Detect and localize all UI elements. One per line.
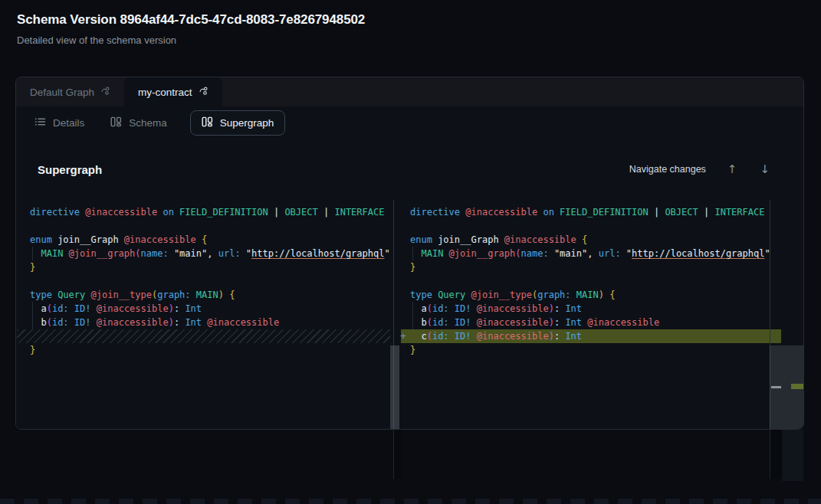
code-token: id:	[52, 317, 69, 328]
tab-details[interactable]: Details	[31, 111, 87, 135]
variant-tab-bar: Default Graph my-contract	[16, 77, 803, 106]
code-token: {	[202, 234, 207, 245]
schema-version-card: Default Graph my-contract Details Schema…	[15, 77, 804, 430]
code-token: :	[554, 303, 565, 314]
code-token: }	[30, 262, 35, 273]
code-line: b(id: ID! @inaccessible): Int @inaccessi…	[410, 316, 770, 329]
code-token: on	[163, 207, 173, 218]
code-token: @inaccessible	[477, 331, 549, 342]
code-line: type Query @join__type(graph: MAIN) {	[410, 288, 770, 302]
code-line: MAIN @join__graph(name: "main", url: "ht…	[410, 247, 770, 260]
code-token: (	[47, 317, 52, 328]
code-token: MAIN	[576, 290, 599, 300]
code-token: )	[549, 317, 554, 328]
code-token	[449, 303, 455, 314]
code-token	[621, 248, 626, 259]
tab-default-graph[interactable]: Default Graph	[16, 77, 124, 106]
code-token	[69, 303, 74, 314]
code-token: Int	[565, 317, 582, 328]
tab-my-contract[interactable]: my-contract	[124, 77, 222, 106]
code-token: |	[384, 207, 390, 218]
code-token	[449, 317, 455, 328]
bottom-scrollbar-dashes	[0, 499, 821, 504]
code-token	[443, 248, 448, 259]
code-token: Int	[185, 303, 202, 314]
code-token	[465, 290, 471, 300]
code-token: type	[30, 290, 52, 300]
code-line: enum join__Graph @inaccessible {	[30, 233, 390, 247]
added-line-plus-icon: +	[397, 329, 409, 343]
code-token: MAIN	[41, 248, 63, 259]
code-token: MAIN	[421, 248, 443, 259]
diff-pane-left[interactable]: directive @inaccessible on FIELD_DEFINIT…	[17, 200, 390, 430]
code-token: enum	[30, 234, 52, 245]
next-change-button[interactable]: ↓	[754, 161, 776, 178]
overview-ruler-added-mark	[791, 384, 804, 389]
scrollbar-thumb[interactable]	[390, 345, 399, 430]
code-token: "	[384, 248, 389, 259]
code-token	[91, 317, 97, 328]
code-token: @inaccessible	[97, 303, 169, 314]
code-token: join__Graph	[52, 234, 124, 245]
code-token: (	[47, 303, 52, 314]
subtab-label: Schema	[129, 117, 167, 129]
overview-ruler-cursor-mark	[771, 386, 781, 388]
code-token: "	[626, 248, 632, 259]
code-token: id:	[52, 303, 69, 314]
code-token: Int	[185, 317, 202, 328]
code-token: @inaccessible	[465, 207, 537, 218]
code-token: |	[649, 207, 665, 218]
code-token: }	[410, 345, 415, 355]
code-token: {	[582, 234, 587, 245]
diff-pane-right[interactable]: directive @inaccessible on FIELD_DEFINIT…	[401, 200, 770, 430]
code-token	[30, 248, 41, 259]
code-token	[169, 248, 174, 259]
editor-overflow-strip	[394, 430, 402, 479]
code-token: INTERFACE	[334, 207, 384, 218]
code-token: url:	[218, 248, 241, 259]
code-line: MAIN @join__graph(name: "main", url: "ht…	[30, 247, 390, 260]
code-token: id:	[432, 317, 449, 328]
code-token: c	[410, 331, 427, 342]
code-token: directive	[410, 207, 460, 218]
code-token: (	[515, 248, 521, 259]
code-token: Query	[438, 290, 465, 300]
code-token	[85, 290, 90, 300]
code-token: )	[169, 303, 174, 314]
code-token: @join__graph	[449, 248, 516, 259]
section-title: Supergraph	[38, 163, 102, 176]
page-header: Schema Version 8964af44-7dc5-47cd-8083-7…	[17, 12, 365, 46]
code-token	[576, 234, 582, 245]
code-line: }	[30, 260, 390, 274]
code-token: :	[174, 303, 185, 314]
tab-schema[interactable]: Schema	[107, 111, 170, 135]
code-line: type Query @join__type(graph: MAIN) {	[30, 288, 390, 302]
code-token: ,	[207, 248, 218, 259]
code-token: |	[698, 207, 715, 218]
code-token: MAIN	[196, 290, 218, 300]
code-token	[471, 317, 477, 328]
code-token: Int	[565, 303, 582, 314]
code-token	[241, 248, 246, 259]
code-token: id:	[432, 331, 449, 342]
code-token: @join__type	[471, 290, 532, 300]
tab-supergraph[interactable]: Supergraph	[190, 110, 286, 136]
code-token: ID!	[455, 303, 471, 314]
code-token: {	[609, 290, 615, 300]
code-line: a(id: ID! @inaccessible): Int	[30, 302, 390, 316]
code-token: id:	[432, 303, 449, 314]
code-token: ,	[587, 248, 598, 259]
code-token	[63, 248, 68, 259]
code-line: directive @inaccessible on FIELD_DEFINIT…	[30, 205, 390, 219]
code-token: @inaccessible	[97, 317, 169, 328]
code-token	[191, 290, 196, 300]
code-url-link[interactable]: http://localhost/graphql	[632, 248, 764, 259]
previous-change-button[interactable]: ↑	[721, 161, 744, 178]
code-url-link[interactable]: http://localhost/graphql	[251, 248, 384, 259]
list-icon	[34, 116, 46, 129]
code-token: @inaccessible	[207, 317, 279, 328]
code-token: )	[599, 290, 604, 300]
code-token: |	[268, 207, 285, 218]
tab-label: my-contract	[138, 87, 192, 98]
code-token: FIELD_DEFINITION	[179, 207, 268, 218]
